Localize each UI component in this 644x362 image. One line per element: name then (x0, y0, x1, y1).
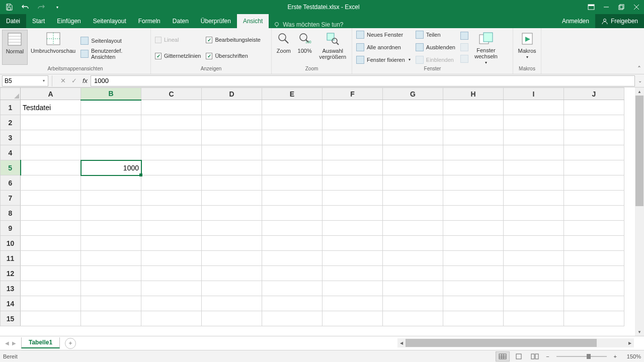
row-header[interactable]: 2 (1, 115, 21, 130)
cell[interactable] (443, 266, 504, 281)
cell[interactable] (141, 311, 202, 326)
cell[interactable] (443, 175, 504, 191)
cell[interactable] (504, 221, 564, 236)
cell[interactable] (141, 100, 202, 115)
cell[interactable] (383, 266, 443, 281)
cell[interactable] (443, 100, 504, 115)
minimize-button[interactable] (599, 0, 614, 14)
cell[interactable] (262, 236, 323, 251)
cell[interactable] (504, 175, 564, 191)
row-header[interactable]: 4 (1, 145, 21, 160)
cell[interactable] (443, 160, 504, 175)
cell[interactable] (202, 160, 262, 175)
tab-pagelayout[interactable]: Seitenlayout (87, 14, 132, 28)
zoom-percentage[interactable]: 150% (621, 353, 641, 359)
column-header[interactable]: E (262, 88, 323, 100)
cell[interactable] (262, 206, 323, 221)
row-header[interactable]: 7 (1, 191, 21, 206)
cell[interactable] (81, 236, 141, 251)
cell[interactable] (262, 221, 323, 236)
cell[interactable] (202, 251, 262, 266)
signin-button[interactable]: Anmelden (556, 14, 595, 28)
cell[interactable] (383, 281, 443, 296)
cell[interactable] (202, 115, 262, 130)
view-custom-button[interactable]: Benutzerdef. Ansichten (78, 48, 148, 59)
cell[interactable] (323, 130, 383, 145)
cell[interactable] (383, 160, 443, 175)
cell[interactable] (504, 145, 564, 160)
cell[interactable] (262, 266, 323, 281)
cell[interactable] (21, 145, 81, 160)
cell[interactable] (21, 175, 81, 191)
tab-insert[interactable]: Einfügen (51, 14, 87, 28)
cell[interactable] (323, 100, 383, 115)
column-header[interactable]: G (383, 88, 443, 100)
qat-customize[interactable]: ▾ (51, 1, 63, 13)
tab-file[interactable]: Datei (0, 14, 26, 28)
headings-checkbox[interactable]: Überschriften (204, 50, 263, 61)
cell[interactable] (383, 115, 443, 130)
zoom-slider[interactable] (556, 356, 607, 357)
cell[interactable] (262, 281, 323, 296)
column-header[interactable]: B (81, 88, 141, 100)
cell[interactable]: Testdatei (21, 100, 81, 115)
cell[interactable] (81, 281, 141, 296)
cell[interactable] (504, 251, 564, 266)
row-header[interactable]: 3 (1, 130, 21, 145)
column-header[interactable]: H (443, 88, 504, 100)
row-header[interactable]: 12 (1, 266, 21, 281)
view-pagebreak-button[interactable]: Umbruchvorschau (29, 30, 78, 65)
cell[interactable] (262, 100, 323, 115)
insert-function-button[interactable]: fx (79, 75, 91, 86)
cell[interactable] (81, 115, 141, 130)
zoom-out-button[interactable]: − (544, 353, 551, 359)
cell[interactable] (202, 236, 262, 251)
cell[interactable] (202, 221, 262, 236)
cell[interactable] (323, 115, 383, 130)
cell[interactable] (81, 145, 141, 160)
row-header[interactable]: 6 (1, 175, 21, 191)
tab-start[interactable]: Start (26, 14, 51, 28)
cell[interactable] (141, 130, 202, 145)
cell[interactable] (141, 221, 202, 236)
split-button[interactable]: Teilen (414, 30, 457, 40)
cell[interactable] (141, 206, 202, 221)
cell[interactable] (262, 160, 323, 175)
cell[interactable] (262, 311, 323, 326)
normal-view-toggle[interactable] (496, 351, 510, 361)
row-header[interactable]: 15 (1, 311, 21, 326)
page-layout-toggle[interactable] (512, 351, 526, 361)
cell[interactable] (202, 175, 262, 191)
row-header[interactable]: 14 (1, 296, 21, 311)
cell[interactable] (202, 281, 262, 296)
cell[interactable] (81, 175, 141, 191)
cell[interactable] (564, 221, 624, 236)
cell[interactable] (383, 175, 443, 191)
cell[interactable] (141, 115, 202, 130)
sheet-nav[interactable]: ◀▶ (0, 340, 21, 346)
hscroll-thumb[interactable] (406, 339, 597, 347)
zoom-selection-button[interactable]: Auswahl vergrößern (315, 30, 350, 65)
cell[interactable] (383, 206, 443, 221)
cell[interactable] (323, 236, 383, 251)
cell[interactable] (202, 311, 262, 326)
expand-formula-bar[interactable]: ⌄ (638, 78, 642, 83)
tab-view[interactable]: Ansicht (237, 14, 269, 28)
sheet-prev-icon[interactable]: ◀ (5, 340, 9, 346)
share-button[interactable]: Freigeben (595, 14, 644, 28)
cell[interactable] (564, 145, 624, 160)
cell[interactable] (564, 236, 624, 251)
cell[interactable] (141, 236, 202, 251)
cell[interactable] (564, 160, 624, 175)
cell[interactable] (443, 130, 504, 145)
close-button[interactable] (629, 0, 644, 14)
cell[interactable] (21, 221, 81, 236)
cell[interactable] (383, 236, 443, 251)
cell[interactable] (21, 115, 81, 130)
column-header[interactable]: I (504, 88, 564, 100)
switch-windows-button[interactable]: Fenster wechseln▾ (471, 30, 501, 65)
cell[interactable] (564, 130, 624, 145)
cell[interactable] (323, 175, 383, 191)
formula-input[interactable]: 1000 (91, 75, 635, 86)
row-header[interactable]: 8 (1, 206, 21, 221)
